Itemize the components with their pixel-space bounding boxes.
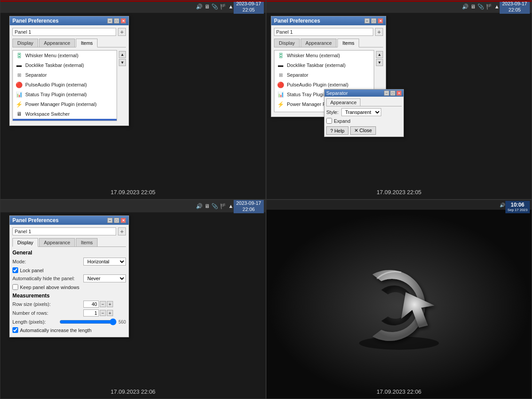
list-item-pulse[interactable]: 🔴 PulseAudio Plugin (external)	[13, 80, 117, 90]
wt-clock-time: 10:06	[508, 202, 528, 208]
row-size-increment[interactable]: +	[107, 301, 113, 307]
sep-expand-checkbox[interactable]	[326, 118, 332, 124]
flag-icon: 🏴	[220, 4, 227, 10]
desktop-logo	[337, 257, 461, 354]
list-item-workspace[interactable]: 🖥 Workspace Switcher	[13, 109, 117, 119]
panel-preferences-window-q1: Panel Preferences − □ ✕ Panel 1 + Displa…	[9, 16, 129, 126]
list-item-docklike[interactable]: ▬ Docklike Taskbar (external)	[274, 60, 374, 70]
tab-display[interactable]: Display	[274, 39, 300, 47]
list-item-clock[interactable]: 🕐 Clock	[13, 119, 117, 121]
tab-appearance[interactable]: Appearance	[301, 39, 336, 47]
list-item-whisker[interactable]: 🎛 Whisker Menu (external)	[13, 51, 117, 60]
panel-dropdown[interactable]: Panel 1	[12, 28, 116, 36]
quadrant-2: 🔊 🖥 📎 🏴 ▲ 2023-09-17 22:05 Panel Prefere…	[266, 0, 532, 200]
add-panel-button[interactable]: +	[118, 227, 126, 235]
list-item-docklike[interactable]: ▬ Docklike Taskbar (external)	[13, 60, 117, 70]
arrow-up-icon: ▲	[228, 203, 234, 209]
mode-dropdown[interactable]: Horizontal Vertical Deskbar	[83, 258, 126, 266]
quadrant-1: 🔊 🖥 📎 🏴 ▲ 2023-09-17 22:05 Panel Prefere…	[0, 0, 266, 200]
window-content: Panel 1 + Display Appearance Items 🎛 Whi…	[10, 25, 129, 125]
auto-length-checkbox[interactable]	[12, 327, 18, 333]
panel-preferences-window-q3: Panel Preferences − □ ✕ Panel 1 + Displa…	[9, 215, 129, 337]
num-rows-decrement[interactable]: −	[100, 310, 106, 316]
monitor-icon: 🖥	[204, 203, 210, 209]
num-rows-input[interactable]	[83, 309, 99, 317]
row-size-decrement[interactable]: −	[100, 301, 106, 307]
timestamp-q3: 17.09.2023 22:06	[110, 388, 155, 395]
num-rows-stepper: − +	[83, 309, 113, 317]
sep-close-btn[interactable]: ✕	[396, 90, 402, 96]
clock-date: 2023-09-17	[236, 200, 261, 206]
status-icon: 📊	[277, 91, 284, 98]
speaker-icon: 🔊	[196, 4, 203, 10]
list-item-separator1[interactable]: ⊞ Separator	[274, 70, 374, 80]
restore-button[interactable]: □	[371, 18, 376, 23]
num-rows-increment[interactable]: +	[107, 310, 113, 316]
close-button[interactable]: ✕	[121, 18, 126, 23]
tab-items[interactable]: Items	[76, 238, 98, 246]
separator-icon: ⊞	[277, 71, 284, 78]
tab-items[interactable]: Items	[337, 39, 359, 47]
minimize-button[interactable]: −	[107, 18, 113, 23]
workspace-label: Workspace Switcher	[25, 111, 70, 117]
monitor-icon: 🖥	[204, 4, 210, 10]
taskbar-clock: 2023-09-17 22:06	[234, 200, 264, 213]
row-size-label: Row size (pixels):	[12, 301, 83, 307]
taskbar-icons: 🔊 🖥 📎 🏴 ▲	[196, 4, 234, 10]
scroll-down-button[interactable]: ▼	[119, 59, 126, 66]
close-button[interactable]: ✕	[121, 218, 126, 223]
add-panel-button[interactable]: +	[118, 28, 126, 36]
panel-dropdown[interactable]: Panel 1	[274, 28, 373, 36]
length-slider[interactable]	[59, 318, 117, 325]
length-slider-area: 560	[59, 318, 126, 325]
flag-icon: 🏴	[486, 4, 493, 10]
sep-tabs: Appearance	[326, 98, 402, 106]
docklike-icon: ▬	[16, 62, 23, 69]
row-size-stepper: − +	[83, 301, 113, 308]
restore-button[interactable]: □	[114, 218, 119, 223]
clock-time: 22:05	[502, 7, 527, 13]
sep-restore-btn[interactable]: □	[390, 90, 395, 96]
list-item-power[interactable]: ⚡ Power Manager Plugin (external)	[13, 99, 117, 109]
scroll-up-button[interactable]: ▲	[376, 51, 383, 58]
tab-display[interactable]: Display	[12, 238, 38, 247]
sep-close-button[interactable]: ✕ Close	[350, 126, 376, 135]
list-item-whisker[interactable]: 🎛 Whisker Menu (external)	[274, 51, 374, 60]
minimize-button[interactable]: −	[364, 18, 370, 23]
window-title: Panel Preferences	[12, 217, 59, 223]
tab-appearance[interactable]: Appearance	[39, 39, 75, 47]
lock-panel-checkbox[interactable]	[12, 267, 18, 273]
pulse-label: PulseAudio Plugin (external)	[287, 82, 348, 87]
restore-button[interactable]: □	[114, 18, 119, 23]
list-item-status[interactable]: 📊 Status Tray Plugin (external)	[13, 90, 117, 99]
list-item-pulse[interactable]: 🔴 PulseAudio Plugin (external)	[274, 80, 374, 90]
quadrant-4: 🔊 🖥 📎 🏴 ▲ 10:06 Sep 17 2023	[266, 200, 532, 399]
sep-help-button[interactable]: ? Help	[326, 126, 348, 135]
tab-appearance[interactable]: Appearance	[39, 238, 75, 246]
paperclip-icon: 📎	[211, 4, 218, 10]
sep-dialog-content: Appearance Style: Transparent Solid Doub…	[325, 97, 403, 137]
row-size-input[interactable]	[83, 301, 99, 308]
docklike-label: Docklike Taskbar (external)	[287, 63, 345, 68]
quadrant-3: 🔊 🖥 📎 🏴 ▲ 2023-09-17 22:06 Panel Prefere…	[0, 200, 266, 399]
status-icon: 📊	[16, 91, 23, 98]
auto-length-label: Automatically increase the length	[20, 328, 91, 333]
taskbar-q1: 🔊 🖥 📎 🏴 ▲ 2023-09-17 22:05	[0, 0, 266, 13]
list-item-separator1[interactable]: ⊞ Separator	[13, 70, 117, 80]
sep-tab-appearance[interactable]: Appearance	[326, 98, 360, 106]
hide-dropdown[interactable]: Never Intelligently Always	[83, 274, 126, 282]
pulse-icon: 🔴	[16, 81, 23, 88]
wt-clock-date: Sep 17 2023	[508, 208, 528, 212]
tab-items[interactable]: Items	[76, 39, 98, 47]
pulse-label: PulseAudio Plugin (external)	[25, 82, 87, 87]
scroll-up-button[interactable]: ▲	[119, 51, 126, 58]
sep-style-dropdown[interactable]: Transparent Solid Double	[341, 108, 381, 116]
keep-above-checkbox[interactable]	[12, 284, 18, 290]
sep-minimize-btn[interactable]: −	[384, 90, 389, 96]
minimize-button[interactable]: −	[107, 218, 113, 223]
panel-dropdown[interactable]: Panel 1	[12, 227, 116, 235]
tab-display[interactable]: Display	[12, 39, 38, 47]
add-panel-button[interactable]: +	[375, 28, 383, 36]
scroll-down-button[interactable]: ▼	[376, 59, 383, 66]
close-button[interactable]: ✕	[378, 18, 383, 23]
